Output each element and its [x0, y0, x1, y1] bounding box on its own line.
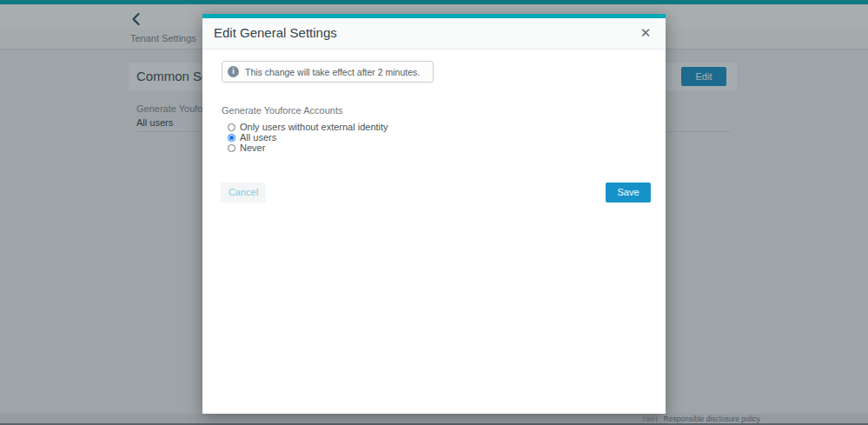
- edit-general-settings-dialog: Edit General Settings ✕ i This change wi…: [202, 14, 666, 414]
- info-message: This change will take effect after 2 min…: [245, 67, 420, 77]
- radio-label: Only users without external identity: [240, 122, 388, 132]
- app-screen: Tenant Settings Common Settings Edit Gen…: [0, 0, 868, 425]
- generate-accounts-radio-group: Only users without external identity All…: [228, 122, 388, 153]
- radio-label: Never: [240, 143, 265, 153]
- info-banner: i This change will take effect after 2 m…: [222, 61, 434, 83]
- cancel-button[interactable]: Cancel: [221, 183, 266, 203]
- radio-option-never[interactable]: Never: [228, 143, 388, 153]
- radio-icon-selected[interactable]: [228, 134, 235, 142]
- close-icon[interactable]: ✕: [638, 25, 653, 41]
- radio-option-all-users[interactable]: All users: [228, 132, 388, 143]
- dialog-header: Edit General Settings ✕: [202, 18, 666, 50]
- radio-option-only-users-without-external-identity[interactable]: Only users without external identity: [228, 122, 388, 132]
- radio-group-label: Generate Youforce Accounts: [222, 105, 342, 116]
- dialog-body: i This change will take effect after 2 m…: [202, 50, 666, 414]
- radio-icon[interactable]: [228, 123, 235, 131]
- save-button[interactable]: Save: [606, 183, 651, 203]
- dialog-title: Edit General Settings: [214, 25, 337, 40]
- radio-icon[interactable]: [228, 144, 235, 152]
- radio-label: All users: [240, 132, 276, 143]
- info-icon: i: [228, 66, 239, 77]
